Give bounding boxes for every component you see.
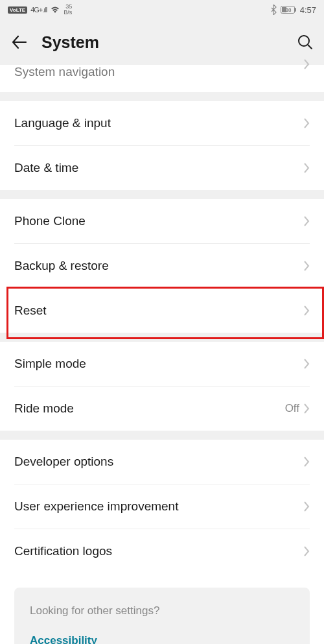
row-certification-logos[interactable]: Certification logos <box>0 529 324 573</box>
other-settings-title: Looking for other settings? <box>30 604 294 617</box>
row-simple-mode[interactable]: Simple mode <box>0 342 324 386</box>
row-label: Ride mode <box>14 401 74 416</box>
chevron-right-icon <box>303 545 310 557</box>
row-reset[interactable]: Reset <box>0 289 324 333</box>
row-value: Off <box>285 402 299 415</box>
chevron-right-icon <box>303 358 310 370</box>
row-phone-clone[interactable]: Phone Clone <box>0 199 324 243</box>
row-system-navigation[interactable]: System navigation <box>0 65 324 92</box>
chevron-right-icon <box>303 260 310 272</box>
chevron-right-icon <box>303 162 310 174</box>
row-label: Language & input <box>14 116 111 130</box>
net-speed: 35 B/s <box>64 4 72 16</box>
row-label: Reset <box>14 304 47 318</box>
row-language-input[interactable]: Language & input <box>0 101 324 145</box>
row-label: System navigation <box>14 65 115 79</box>
link-accessibility[interactable]: Accessibility <box>30 634 294 644</box>
row-label: Phone Clone <box>14 214 86 228</box>
battery-indicator: 38 <box>281 6 296 14</box>
other-settings-card: Looking for other settings? Accessibilit… <box>14 588 310 644</box>
back-button[interactable] <box>10 29 36 55</box>
row-date-time[interactable]: Date & time <box>0 146 324 190</box>
row-label: Simple mode <box>14 357 86 371</box>
page-title: System <box>41 33 99 52</box>
row-label: Backup & restore <box>14 259 109 273</box>
chevron-right-icon <box>303 403 310 414</box>
row-label: User experience improvement <box>14 499 178 514</box>
row-label: Developer options <box>14 455 113 469</box>
svg-rect-2 <box>295 8 296 12</box>
highlight-box <box>6 287 324 339</box>
clock: 4:57 <box>300 5 316 15</box>
status-bar: VoLTE 4G+.ıll 35 B/s 38 4:57 <box>0 0 324 19</box>
svg-text:38: 38 <box>285 7 291 13</box>
signal-icon: 4G+.ıll <box>30 6 47 14</box>
row-user-experience[interactable]: User experience improvement <box>0 484 324 529</box>
row-ride-mode[interactable]: Ride mode Off <box>0 387 324 431</box>
chevron-right-icon <box>303 215 310 227</box>
row-backup-restore[interactable]: Backup & restore <box>0 244 324 288</box>
chevron-right-icon <box>303 501 310 512</box>
chevron-right-icon <box>303 305 310 316</box>
chevron-right-icon <box>303 117 310 129</box>
volte-badge: VoLTE <box>8 6 27 14</box>
wifi-icon <box>50 6 60 14</box>
row-label: Date & time <box>14 161 78 175</box>
bluetooth-icon <box>270 5 277 15</box>
app-header: System <box>0 19 324 65</box>
search-button[interactable] <box>288 29 314 55</box>
chevron-right-icon <box>303 456 310 468</box>
row-developer-options[interactable]: Developer options <box>0 440 324 484</box>
chevron-right-icon <box>303 58 310 70</box>
row-label: Certification logos <box>14 544 112 558</box>
